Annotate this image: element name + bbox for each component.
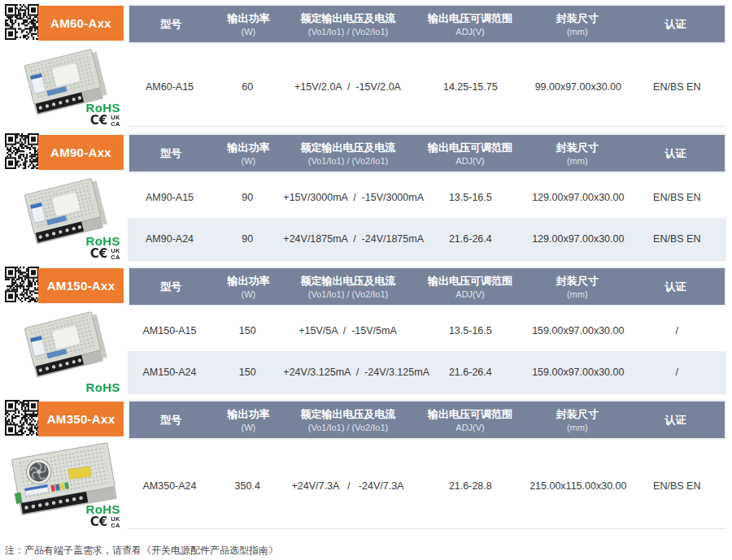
cell-power: 150 [211, 367, 283, 378]
rohs-label: RoHS [86, 381, 120, 394]
footnote: 注：产品有端子盖需求，请查看《开关电源配件产品选型指南》 [5, 544, 732, 558]
cell-power: 150 [211, 325, 283, 336]
table-body: AM350-A24 350.4 +24V/7.3A / -24V/7.3A 21… [128, 444, 726, 529]
series-banner: AM90-Axx [38, 135, 124, 170]
table-header-row: 型号 输出功率(W) 额定输出电压及电流(Vo1/Io1) / (Vo2/Io1… [128, 133, 726, 173]
ce-mark-icon: C€ [90, 115, 107, 128]
spec-table: 型号 输出功率(W) 额定输出电压及电流(Vo1/Io1) / (Vo2/Io1… [128, 267, 726, 394]
col-header-cert: 认证 [626, 6, 725, 42]
cell-cert: EN/BS EN [628, 81, 726, 93]
rohs-label: RoHS [86, 102, 120, 115]
ukca-mark-icon: UK CA [111, 516, 120, 529]
rohs-label: RoHS [86, 503, 120, 516]
cell-size: 99.00x97.00x30.00 [529, 81, 627, 93]
qr-code [5, 267, 39, 302]
col-header-power: 输出功率(W) [212, 135, 284, 171]
cell-voltage: +24V/7.3A / -24V/7.3A [283, 480, 412, 492]
spec-table: 型号 输出功率(W) 额定输出电压及电流(Vo1/Io1) / (Vo2/Io1… [128, 400, 726, 529]
cell-power: 90 [211, 233, 283, 245]
cell-size: 159.00x97.00x30.00 [529, 325, 627, 336]
cell-cert: / [628, 367, 726, 378]
ukca-mark-icon: UK CA [111, 248, 120, 261]
col-header-power: 输出功率(W) [212, 6, 284, 42]
table-header-row: 型号 输出功率(W) 额定输出电压及电流(Vo1/Io1) / (Vo2/Io1… [128, 4, 726, 44]
cell-model: AM350-A24 [128, 480, 211, 492]
cell-adj: 21.6-28.8 [412, 480, 529, 492]
product-info-panel: AM150-Axx RoHS [0, 267, 128, 394]
col-header-model: 型号 [129, 6, 212, 42]
product-section-am150: AM150-Axx RoHS 型号 输出功率(W) 额定输出电压及电流(Vo1/… [0, 267, 732, 394]
cell-model: AM150-A15 [128, 325, 211, 336]
product-info-panel: AM60-Axx RoHS C€ UK CA [0, 4, 128, 128]
cell-adj: 21.6-26.4 [412, 233, 529, 245]
cell-power: 350.4 [211, 480, 283, 492]
cell-size: 159.00x97.00x30.00 [529, 367, 627, 378]
cell-model: AM150-A24 [128, 367, 211, 378]
col-header-model: 型号 [129, 402, 212, 438]
certification-logos: RoHS C€ UK CA [86, 235, 120, 262]
cell-adj: 14.25-15.75 [412, 81, 529, 93]
cell-voltage: +15V/2.0A / -15V/2.0A [283, 81, 412, 93]
product-section-am350: AM350-Axx RoHS C€ UK CA 型号 输出功率(W) 额定输出电… [0, 400, 732, 529]
col-header-cert: 认证 [626, 268, 725, 305]
table-body: AM60-A15 60 +15V/2.0A / -15V/2.0A 14.25-… [128, 48, 726, 127]
cell-adj: 13.5-16.5 [412, 192, 529, 203]
series-banner: AM350-Axx [38, 402, 124, 436]
table-row: AM150-A24 150 +24V/3.125mA / -24V/3.125m… [128, 351, 726, 393]
ce-mark-icon: C€ [90, 516, 107, 529]
table-header-row: 型号 输出功率(W) 额定输出电压及电流(Vo1/Io1) / (Vo2/Io1… [128, 267, 726, 306]
cell-adj: 13.5-16.5 [412, 325, 529, 336]
qr-code [5, 4, 39, 40]
col-header-size: 封装尺寸(mm) [528, 268, 626, 305]
cell-size: 129.00x97.00x30.00 [529, 192, 627, 203]
col-header-voltage: 额定输出电压及电流(Vo1/Io1) / (Vo2/Io1) [284, 6, 412, 42]
ukca-mark-icon: UK CA [111, 115, 120, 128]
col-header-voltage: 额定输出电压及电流(Vo1/Io1) / (Vo2/Io1) [284, 402, 412, 438]
cell-cert: / [628, 325, 726, 336]
cell-adj: 21.6-26.4 [412, 367, 529, 378]
table-header-row: 型号 输出功率(W) 额定输出电压及电流(Vo1/Io1) / (Vo2/Io1… [128, 400, 726, 440]
table-row: AM90-A24 90 +24V/1875mA / -24V/1875mA 21… [128, 218, 726, 260]
table-body: AM90-A15 90 +15V/3000mA / -15V/3000mA 13… [128, 177, 726, 261]
col-header-cert: 认证 [626, 402, 725, 438]
series-banner: AM60-Axx [38, 6, 124, 41]
col-header-voltage: 额定输出电压及电流(Vo1/Io1) / (Vo2/Io1) [284, 268, 412, 305]
col-header-power: 输出功率(W) [212, 402, 284, 438]
series-banner: AM150-Axx [38, 268, 124, 303]
col-header-size: 封装尺寸(mm) [528, 402, 626, 438]
col-header-adj: 输出电压可调范围ADJ(V) [412, 402, 529, 438]
qr-code [5, 133, 39, 169]
table-row: AM60-A15 60 +15V/2.0A / -15V/2.0A 14.25-… [128, 48, 726, 126]
col-header-power: 输出功率(W) [212, 268, 284, 305]
cell-power: 90 [211, 192, 283, 203]
cell-cert: EN/BS EN [628, 480, 726, 492]
col-header-adj: 输出电压可调范围ADJ(V) [412, 135, 529, 171]
product-section-am90: AM90-Axx RoHS C€ UK CA 型号 输出功率(W) 额定输出电压… [0, 133, 732, 261]
rohs-label: RoHS [86, 235, 120, 248]
product-section-am60: AM60-Axx RoHS C€ UK CA 型号 输出功率(W) 额定输出电压… [0, 4, 732, 128]
table-body: AM150-A15 150 +15V/5A / -15V/5mA 13.5-16… [128, 310, 726, 394]
col-header-size: 封装尺寸(mm) [528, 135, 626, 171]
table-row: AM90-A15 90 +15V/3000mA / -15V/3000mA 13… [128, 177, 726, 218]
certification-logos: RoHS [86, 381, 120, 394]
product-photo [0, 307, 128, 384]
col-header-voltage: 额定输出电压及电流(Vo1/Io1) / (Vo2/Io1) [284, 135, 412, 171]
cell-power: 60 [211, 81, 283, 93]
cell-model: AM60-A15 [128, 81, 211, 93]
col-header-model: 型号 [129, 135, 212, 171]
cell-voltage: +15V/3000mA / -15V/3000mA [283, 192, 412, 203]
spec-table: 型号 输出功率(W) 额定输出电压及电流(Vo1/Io1) / (Vo2/Io1… [128, 4, 726, 128]
col-header-adj: 输出电压可调范围ADJ(V) [412, 6, 529, 42]
product-info-panel: AM350-Axx RoHS C€ UK CA [0, 400, 128, 529]
ce-mark-icon: C€ [90, 248, 107, 261]
cell-voltage: +24V/3.125mA / -24V/3.125mA [283, 367, 412, 378]
spec-table: 型号 输出功率(W) 额定输出电压及电流(Vo1/Io1) / (Vo2/Io1… [128, 133, 726, 261]
cell-voltage: +24V/1875mA / -24V/1875mA [283, 233, 412, 245]
cell-size: 215.00x115.00x30.00 [529, 480, 627, 492]
cell-model: AM90-A15 [128, 192, 211, 203]
col-header-adj: 输出电压可调范围ADJ(V) [412, 268, 529, 305]
col-header-size: 封装尺寸(mm) [528, 6, 626, 42]
col-header-cert: 认证 [626, 135, 725, 171]
cell-cert: EN/BS EN [628, 233, 726, 245]
cell-size: 129.00x97.00x30.00 [529, 233, 627, 245]
